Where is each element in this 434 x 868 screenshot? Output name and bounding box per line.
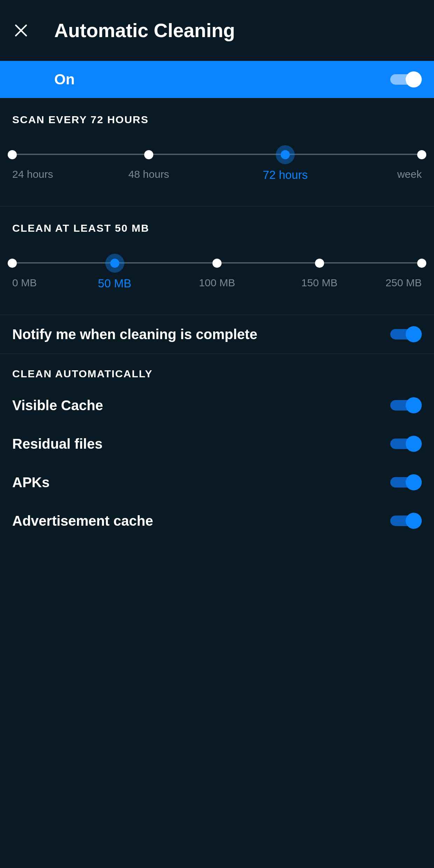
slider-stop[interactable]: [315, 259, 324, 268]
slider-stop[interactable]: [8, 150, 17, 159]
notify-row[interactable]: Notify me when cleaning is complete: [0, 315, 434, 354]
auto-item-label: Residual files: [12, 436, 103, 452]
auto-item-toggle[interactable]: [390, 435, 422, 453]
slider-stop[interactable]: [417, 150, 426, 159]
notify-label: Notify me when cleaning is complete: [12, 327, 257, 342]
clean-auto-title: CLEAN AUTOMATICALLY: [0, 354, 434, 386]
slider-stop-label: 24 hours: [12, 168, 53, 180]
auto-item-toggle[interactable]: [390, 512, 422, 530]
slider-stop-label: 250 MB: [386, 277, 422, 289]
slider-thumb[interactable]: [110, 259, 119, 268]
slider-stop-label: 50 MB: [98, 277, 131, 290]
close-button[interactable]: [12, 22, 30, 39]
slider-stop[interactable]: [8, 259, 17, 268]
slider-stop-label: 100 MB: [199, 277, 235, 289]
auto-item-toggle[interactable]: [390, 397, 422, 414]
slider-thumb[interactable]: [281, 150, 290, 159]
clean-size-slider[interactable]: 0 MB50 MB100 MB150 MB250 MB: [12, 259, 422, 297]
auto-item-label: Advertisement cache: [12, 513, 153, 529]
auto-item-row[interactable]: APKs: [0, 463, 434, 502]
close-icon: [14, 24, 28, 37]
app-header: Automatic Cleaning: [0, 0, 434, 61]
auto-item-row[interactable]: Visible Cache: [0, 386, 434, 425]
master-toggle[interactable]: [390, 71, 422, 88]
auto-item-row[interactable]: Advertisement cache: [0, 502, 434, 540]
slider-stop-label: 150 MB: [301, 277, 337, 289]
clean-auto-list: Visible CacheResidual filesAPKsAdvertise…: [0, 386, 434, 540]
scan-interval-slider[interactable]: 24 hours48 hours72 hoursweek: [12, 150, 422, 189]
master-toggle-label: On: [54, 71, 75, 88]
auto-item-row[interactable]: Residual files: [0, 425, 434, 463]
scan-interval-title: SCAN EVERY 72 HOURS: [12, 114, 422, 126]
clean-size-section: CLEAN AT LEAST 50 MB 0 MB50 MB100 MB150 …: [0, 206, 434, 315]
notify-toggle[interactable]: [390, 326, 422, 343]
slider-stop-label: 48 hours: [128, 168, 169, 180]
slider-stop[interactable]: [144, 150, 153, 159]
slider-stop[interactable]: [212, 259, 222, 268]
auto-item-toggle[interactable]: [390, 474, 422, 491]
slider-stop-label: 72 hours: [263, 168, 308, 182]
slider-stop-label: week: [397, 168, 422, 180]
clean-size-title: CLEAN AT LEAST 50 MB: [12, 222, 422, 234]
slider-stop[interactable]: [417, 259, 426, 268]
scan-interval-section: SCAN EVERY 72 HOURS 24 hours48 hours72 h…: [0, 98, 434, 206]
slider-stop-label: 0 MB: [12, 277, 37, 289]
auto-item-label: Visible Cache: [12, 398, 103, 413]
auto-item-label: APKs: [12, 475, 50, 490]
master-toggle-row[interactable]: On: [0, 61, 434, 98]
page-title: Automatic Cleaning: [54, 19, 235, 42]
